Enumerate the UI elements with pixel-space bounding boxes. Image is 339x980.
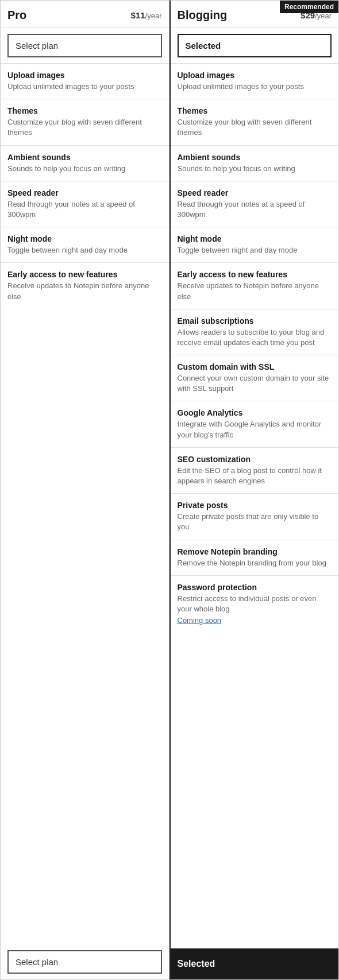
blogging-feature-email-subscriptions: Email subscriptions Allows readers to su… [171,309,339,355]
blogging-feature-private-posts-desc: Create private posts that are only visib… [178,512,332,532]
pro-plan-price: $11/year [131,10,162,20]
blogging-feature-password-protection-title: Password protection [178,583,332,592]
blogging-feature-password-protection: Password protection Restrict access to i… [171,575,339,632]
blogging-select-bottom-button[interactable]: Selected [171,948,339,979]
blogging-feature-email-subscriptions-desc: Allows readers to subscribe to your blog… [178,327,332,348]
blogging-feature-password-protection-desc: Restrict access to individual posts or e… [178,594,332,614]
blogging-feature-early-access: Early access to new features Receive upd… [171,262,339,308]
pro-feature-ambient-sounds-desc: Sounds to help you focus on writing [7,164,162,174]
pro-plan-name: Pro [7,9,26,22]
blogging-plan-column: Recommended Blogging $29/year Selected U… [170,0,340,980]
pro-features-list: Upload images Upload unlimited images to… [1,63,169,944]
blogging-feature-speed-reader-desc: Read through your notes at a speed of 30… [178,199,332,220]
blogging-feature-custom-domain-title: Custom domain with SSL [178,362,332,371]
blogging-feature-seo-customization: SEO customization Edit the SEO of a blog… [171,447,339,493]
pro-feature-upload-images: Upload images Upload unlimited images to… [1,63,169,99]
pro-feature-speed-reader-title: Speed reader [7,188,162,197]
blogging-feature-google-analytics-title: Google Analytics [178,408,332,417]
blogging-feature-private-posts-title: Private posts [178,501,332,510]
pro-feature-early-access-title: Early access to new features [7,270,162,279]
recommended-badge: Recommended [280,1,338,13]
blogging-feature-remove-branding-title: Remove Notepin branding [178,547,332,556]
blogging-feature-ambient-sounds-title: Ambient sounds [178,153,332,162]
pro-plan-header: Pro $11/year [1,1,169,28]
blogging-feature-custom-domain-desc: Connect your own custom domain to your s… [178,373,332,394]
blogging-feature-upload-images-title: Upload images [178,71,332,80]
pro-feature-upload-images-desc: Upload unlimited images to your posts [7,82,162,92]
blogging-feature-google-analytics-desc: Integrate with Google Analytics and moni… [178,419,332,440]
blogging-feature-custom-domain: Custom domain with SSL Connect your own … [171,355,339,401]
blogging-feature-remove-branding: Remove Notepin branding Remove the Notep… [171,540,339,575]
blogging-select-top-button[interactable]: Selected [178,34,332,57]
blogging-feature-speed-reader: Speed reader Read through your notes at … [171,181,339,227]
pro-feature-themes-title: Themes [7,106,162,115]
pro-feature-themes: Themes Customize your blog with seven di… [1,99,169,145]
pro-feature-night-mode: Night mode Toggle between night and day … [1,227,169,262]
pro-feature-speed-reader: Speed reader Read through your notes at … [1,181,169,227]
plans-container: Pro $11/year Select plan Upload images U… [0,0,339,980]
pro-feature-early-access: Early access to new features Receive upd… [1,262,169,308]
blogging-select-top-wrapper: Selected [178,34,332,57]
blogging-features-list: Upload images Upload unlimited images to… [171,63,339,948]
pro-select-top-button[interactable]: Select plan [7,34,162,57]
blogging-feature-night-mode: Night mode Toggle between night and day … [171,227,339,262]
blogging-plan-name: Blogging [178,9,228,22]
blogging-feature-upload-images-desc: Upload unlimited images to your posts [178,82,332,92]
blogging-feature-ambient-sounds-desc: Sounds to help you focus on writing [178,164,332,174]
blogging-feature-upload-images: Upload images Upload unlimited images to… [171,63,339,99]
blogging-feature-speed-reader-title: Speed reader [178,188,332,197]
pro-plan-column: Pro $11/year Select plan Upload images U… [0,0,170,980]
blogging-feature-email-subscriptions-title: Email subscriptions [178,316,332,326]
blogging-feature-night-mode-desc: Toggle between night and day mode [178,245,332,255]
blogging-feature-private-posts: Private posts Create private posts that … [171,493,339,539]
blogging-feature-seo-customization-desc: Edit the SEO of a blog post to control h… [178,466,332,486]
pro-feature-ambient-sounds-title: Ambient sounds [7,153,162,162]
blogging-feature-early-access-title: Early access to new features [178,270,332,279]
pro-select-top-wrapper: Select plan [7,34,162,57]
pro-feature-early-access-desc: Receive updates to Notepin before anyone… [7,281,162,301]
blogging-feature-ambient-sounds: Ambient sounds Sounds to help you focus … [171,145,339,181]
blogging-feature-themes-title: Themes [178,106,332,115]
pro-price-period: /year [145,11,162,20]
blogging-feature-google-analytics: Google Analytics Integrate with Google A… [171,401,339,447]
blogging-feature-themes-desc: Customize your blog with seven different… [178,117,332,138]
blogging-feature-night-mode-title: Night mode [178,234,332,243]
blogging-feature-early-access-desc: Receive updates to Notepin before anyone… [178,281,332,301]
pro-select-bottom-button[interactable]: Select plan [7,950,162,974]
pro-feature-night-mode-title: Night mode [7,234,162,243]
blogging-feature-themes: Themes Customize your blog with seven di… [171,99,339,145]
pro-feature-speed-reader-desc: Read through your notes at a speed of 30… [7,199,162,220]
pro-feature-night-mode-desc: Toggle between night and day mode [7,245,162,255]
blogging-feature-seo-customization-title: SEO customization [178,455,332,464]
blogging-feature-remove-branding-desc: Remove the Notepin branding from your bl… [178,558,332,568]
pro-feature-ambient-sounds: Ambient sounds Sounds to help you focus … [1,145,169,181]
password-protection-coming-soon[interactable]: Coming soon [178,616,332,625]
pro-feature-upload-images-title: Upload images [7,71,162,80]
pro-price-amount: $11 [131,10,145,20]
pro-feature-themes-desc: Customize your blog with seven different… [7,117,162,138]
pro-select-bottom-wrapper: Select plan [7,950,162,974]
